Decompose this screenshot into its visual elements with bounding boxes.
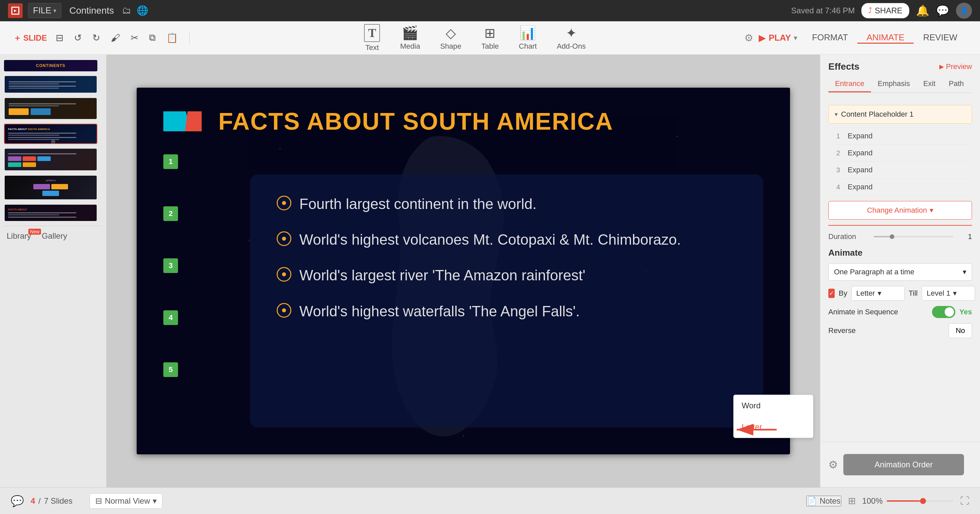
bottom-bar: 💬 4 / 7 Slides ⊟ Normal View ▾ 📄 Notes ⊞… [0, 487, 980, 514]
expand-icon[interactable]: ⛶ [960, 495, 969, 506]
media-icon: 🎬 [402, 25, 418, 41]
top-bar: FILE ▾ Continents 🗂 🌐 Saved at 7:46 PM ⤴… [0, 0, 980, 21]
reverse-no-button[interactable]: No [949, 323, 972, 338]
gallery-button[interactable]: Gallery [42, 231, 67, 241]
play-triangle-icon: ▶ [759, 32, 766, 43]
undo-button[interactable]: ↺ [72, 30, 84, 45]
dropdown-option-word[interactable]: Word [733, 395, 813, 416]
chart-tool[interactable]: 📊 Chart [519, 25, 537, 51]
animate-section-title: Animate [828, 248, 972, 258]
facts-content-box: Fourth largest continent in the world. W… [250, 174, 763, 428]
expand-item-2: 2 Expand [836, 145, 972, 162]
settings-icon[interactable]: ⚙ [745, 32, 753, 44]
saved-status: Saved at 7:46 PM [791, 6, 855, 15]
tab-format[interactable]: FORMAT [803, 32, 858, 44]
text-tool[interactable]: T Text [364, 24, 380, 52]
till-dropdown[interactable]: Level 1 ▾ [922, 286, 975, 301]
slide-panel: 1 CONTINENTS 2 3 [0, 55, 107, 487]
share-icon: ⤴ [868, 6, 872, 15]
expand-item-4: 4 Expand [836, 179, 972, 196]
normal-view-button[interactable]: ⊟ Normal View ▾ [90, 493, 162, 509]
chevron-down-icon: ▾ [963, 268, 966, 276]
change-animation-button[interactable]: Change Animation ▾ [828, 201, 972, 220]
app-logo [8, 3, 23, 18]
slide-canvas[interactable]: FACTS ABOUT SOUTH AMERICA 1 2 3 4 5 [137, 88, 790, 454]
chevron-down-icon: ▾ [878, 289, 881, 298]
play-button[interactable]: ▶ PLAY ▾ [759, 32, 797, 43]
tab-animate[interactable]: ANIMATE [858, 32, 914, 44]
add-slide-button[interactable]: ＋ SLIDE [13, 33, 47, 43]
redo-button[interactable]: ↻ [90, 30, 102, 45]
content-placeholder-row[interactable]: ▾ Content Placeholder 1 [828, 105, 972, 124]
zoom-slider[interactable] [887, 500, 953, 502]
addons-tool[interactable]: ✦ Add-Ons [557, 25, 585, 51]
fact-item-3: World's largest river 'The Amazon rainfo… [277, 266, 737, 285]
chat-icon[interactable]: 💬 [11, 495, 24, 507]
layout-icon: ⊟ [95, 496, 102, 506]
anim-tab-emphasis[interactable]: Emphasis [871, 76, 917, 92]
yes-label: Yes [959, 308, 972, 316]
slide-thumb-5[interactable] [4, 148, 97, 171]
animate-in-sequence-label: Animate in Sequence [828, 308, 928, 316]
fact-item-2: World's highest volcanoes Mt. Cotopaxi &… [277, 230, 737, 249]
canvas-area: FACTS ABOUT SOUTH AMERICA 1 2 3 4 5 [107, 55, 820, 487]
text-icon: T [364, 24, 380, 42]
animate-dropdown[interactable]: One Paragraph at a time ▾ [828, 263, 972, 281]
animate-by-checkbox[interactable]: ✓ [828, 289, 835, 298]
slide-thumb-3[interactable] [4, 97, 97, 120]
reverse-label: Reverse [828, 326, 945, 335]
fact-item-1: Fourth largest continent in the world. [277, 194, 737, 213]
avatar[interactable]: 👤 [956, 3, 972, 19]
grid-icon[interactable]: ⊞ [848, 495, 856, 506]
red-arrow-indicator [730, 421, 783, 439]
globe-icon[interactable]: 🌐 [137, 5, 148, 16]
expand-item-1: 1 Expand [836, 128, 972, 145]
chevron-down-icon: ▾ [930, 206, 933, 215]
animation-order-button[interactable]: Animation Order [843, 454, 964, 475]
slide-title: FACTS ABOUT SOUTH AMERICA [218, 108, 613, 135]
preview-button[interactable]: ▶ Preview [939, 62, 972, 71]
num-item-3: 3 [163, 258, 178, 273]
by-label: By [838, 289, 847, 298]
shape-icon: ◇ [445, 25, 456, 41]
format-painter-icon[interactable]: 🖌 [109, 30, 122, 45]
chart-icon: 📊 [519, 25, 536, 41]
duration-label: Duration [828, 232, 868, 241]
expand-item-3: 3 Expand [836, 162, 972, 179]
shape-tool[interactable]: ◇ Shape [440, 25, 461, 51]
chevron-down-icon: ▾ [835, 111, 838, 118]
library-button[interactable]: Library New [7, 231, 31, 241]
paste-icon[interactable]: 📋 [164, 30, 180, 45]
right-panel: Effects ▶ Preview Entrance Emphasis Exit… [820, 55, 980, 487]
slide-thumb-2[interactable] [4, 75, 97, 93]
tab-review[interactable]: REVIEW [914, 32, 967, 44]
page-indicator: 4 / 7 Slides [31, 496, 72, 506]
anim-tab-exit[interactable]: Exit [917, 76, 942, 92]
copy-icon[interactable]: ⧉ [147, 30, 158, 45]
notes-button[interactable]: 📄 Notes [807, 496, 842, 506]
anim-tab-path[interactable]: Path [942, 76, 970, 92]
cut-icon[interactable]: ✂ [129, 30, 140, 45]
zoom-level: 100% [862, 496, 883, 506]
slide-thumb-6[interactable]: AFRICA [4, 175, 97, 200]
gear-icon-rp[interactable]: ⚙ [828, 458, 838, 471]
animate-toggle[interactable] [932, 306, 955, 318]
duration-slider[interactable] [873, 236, 953, 237]
anim-tab-entrance[interactable]: Entrance [828, 76, 871, 92]
by-dropdown[interactable]: Letter ▾ [851, 286, 905, 301]
slide-thumb-1[interactable]: CONTINENTS [4, 60, 97, 71]
num-item-4: 4 [163, 310, 178, 325]
table-tool[interactable]: ⊞ Table [481, 25, 499, 51]
table-icon: ⊞ [484, 25, 496, 41]
slide-view-icon[interactable]: ⊟ [54, 30, 65, 45]
chat-bubble-icon[interactable]: 💬 [936, 4, 949, 17]
media-tool[interactable]: 🎬 Media [400, 25, 420, 51]
num-item-2: 2 [163, 206, 178, 221]
share-button[interactable]: ⤴ SHARE [861, 3, 909, 18]
folder-icon[interactable]: 🗂 [122, 5, 131, 16]
bell-icon[interactable]: 🔔 [916, 4, 929, 17]
slide-thumb-7[interactable]: FACTS ABOUT [4, 204, 97, 222]
file-button[interactable]: FILE ▾ [28, 3, 61, 18]
zoom-control: 100% [862, 496, 953, 506]
num-item-5: 5 [163, 362, 178, 377]
